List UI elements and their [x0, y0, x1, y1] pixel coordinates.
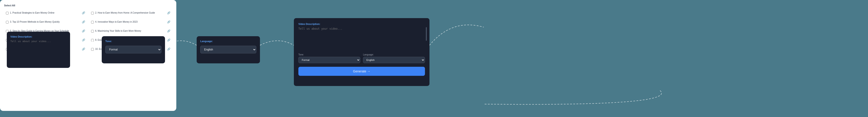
result-item: 2. How to Earn Money from Home: A Compre…	[89, 9, 172, 16]
step4-description-label: Video Description:	[298, 23, 425, 25]
result-link-icon[interactable]: 🔗	[167, 38, 170, 41]
result-item: 6. Maximizing Your Skills to Earn More M…	[89, 28, 172, 34]
result-link-icon[interactable]: 🔗	[82, 11, 85, 14]
result-title: 4. Innovative Ways to Earn Money in 2023	[95, 20, 166, 24]
result-link-icon[interactable]: 🔗	[167, 29, 170, 33]
select-all-label: Select All	[4, 4, 15, 7]
step2-tone-select[interactable]: Formal Casual Friendly Professional	[105, 46, 161, 53]
language-group: Language: English Spanish French German	[363, 53, 425, 63]
step4-tone-select[interactable]: Formal Casual Friendly Professional	[298, 57, 360, 63]
result-link-icon[interactable]: 🔗	[82, 20, 85, 24]
step3-card: Language: English Spanish French German	[197, 36, 260, 63]
step1-card: Video Description:	[7, 32, 70, 68]
result-link-icon[interactable]: 🔗	[167, 20, 170, 24]
result-link-icon[interactable]: 🔗	[167, 48, 170, 51]
generate-button[interactable]: Generate →	[298, 67, 425, 76]
result-link-icon[interactable]: 🔗	[82, 29, 85, 33]
result-item: 4. Innovative Ways to Earn Money in 2023…	[89, 19, 172, 25]
result-title: 6. Maximizing Your Skills to Earn More M…	[95, 29, 166, 33]
result-checkbox[interactable]	[6, 12, 8, 14]
scroll-indicator	[426, 27, 427, 41]
step3-label: Language:	[200, 40, 256, 42]
step4-description-textarea[interactable]	[298, 27, 425, 50]
result-title: 3. Top 10 Proven Methods to Earn Money Q…	[10, 20, 81, 24]
step2-card: Tone: Formal Casual Friendly Professiona…	[102, 36, 165, 63]
step1-textarea[interactable]	[10, 40, 66, 58]
result-checkbox[interactable]	[6, 21, 8, 24]
result-link-icon[interactable]: 🔗	[82, 48, 85, 51]
result-title: 2. How to Earn Money from Home: A Compre…	[95, 11, 166, 14]
step3-language-select[interactable]: English Spanish French German	[200, 46, 256, 53]
step4-language-label: Language:	[363, 53, 425, 56]
result-item: 3. Top 10 Proven Methods to Earn Money Q…	[4, 19, 87, 25]
step2-label: Tone:	[105, 40, 161, 42]
result-checkbox[interactable]	[91, 21, 94, 24]
result-link-icon[interactable]: 🔗	[167, 11, 170, 14]
result-checkbox[interactable]	[91, 12, 94, 14]
result-checkbox[interactable]	[91, 30, 94, 33]
step4-language-select[interactable]: English Spanish French German	[363, 57, 425, 63]
tone-group: Tone: Formal Casual Friendly Professiona…	[298, 53, 360, 63]
step4-tone-label: Tone:	[298, 53, 360, 56]
result-item: 1. Practical Strategies to Earn Money On…	[4, 9, 87, 16]
step1-label: Video Description:	[10, 35, 66, 38]
result-title: 1. Practical Strategies to Earn Money On…	[10, 11, 81, 14]
results-header: Select All	[4, 4, 172, 7]
result-checkbox[interactable]	[91, 48, 94, 51]
step4-card: Video Description: Tone: Formal Casual F…	[294, 18, 430, 86]
result-checkbox[interactable]	[91, 39, 94, 41]
result-link-icon[interactable]: 🔗	[82, 38, 85, 41]
